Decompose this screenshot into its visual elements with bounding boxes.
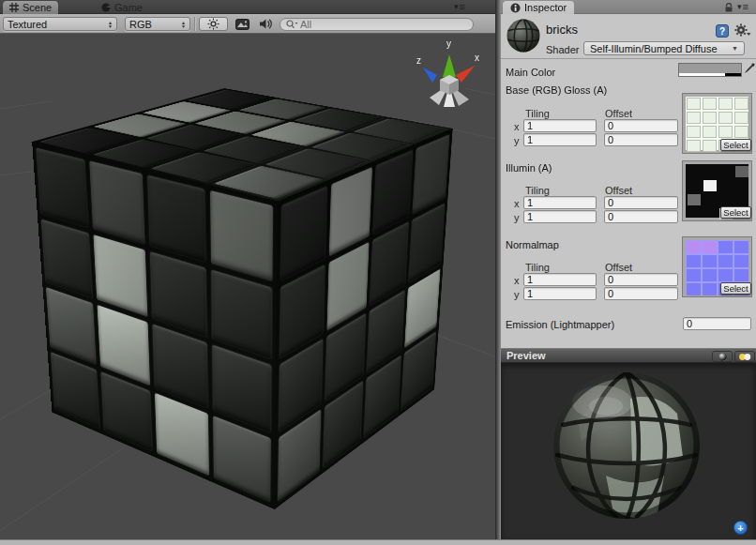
scene-viewport[interactable]: y x z	[0, 34, 495, 539]
audio-icon	[259, 18, 272, 30]
y-row-label: y	[514, 135, 520, 146]
base-x-offset-input[interactable]	[604, 119, 678, 132]
svg-text:?: ?	[719, 26, 725, 37]
main-color-label: Main Color	[506, 67, 555, 78]
toolbar-separator	[194, 17, 195, 31]
preview-lighting-toggle[interactable]	[734, 351, 755, 362]
tiling-header: Tiling	[525, 185, 550, 196]
orientation-gizmo[interactable]: y x z	[413, 36, 486, 116]
offset-header: Offset	[605, 262, 632, 273]
offset-header: Offset	[605, 108, 632, 119]
illumin-x-offset-input[interactable]	[604, 196, 678, 209]
preview-bar[interactable]: Preview	[501, 348, 756, 363]
scene-search-field[interactable]: All	[280, 18, 474, 31]
material-preview-area[interactable]: +	[501, 363, 756, 539]
tab-inspector-label: Inspector	[524, 2, 567, 13]
normal-x-offset-input[interactable]	[604, 273, 678, 286]
illumin-select-button[interactable]: Select	[720, 206, 751, 219]
tab-scene-label: Scene	[23, 2, 52, 13]
illumin-y-tiling-input[interactable]	[523, 210, 597, 223]
scene-toolbar: Textured ▲▼ RGB ▲▼	[0, 14, 495, 34]
scene-audio-button[interactable]	[255, 17, 276, 31]
channels-value: RGB	[129, 19, 177, 30]
cube-tile	[147, 175, 206, 263]
normal-y-tiling-input[interactable]	[523, 287, 597, 300]
lighting-dots-icon	[738, 353, 751, 361]
unity-editor-window: Scene Game ▾≡ Textured ▲▼ RGB ▲▼	[0, 0, 756, 545]
scene-panel: Scene Game ▾≡ Textured ▲▼ RGB ▲▼	[0, 0, 495, 539]
assetbundle-add-button[interactable]: +	[733, 521, 748, 535]
emission-label: Emission (Lightmapper)	[506, 319, 614, 330]
scene-lighting-button[interactable]	[199, 17, 228, 31]
help-icon[interactable]: ?	[716, 24, 729, 38]
window-bottom-strip[interactable]	[0, 539, 756, 545]
gizmo-y-axis[interactable]	[443, 54, 456, 77]
y-row-label: y	[514, 289, 520, 300]
x-row-label: x	[514, 121, 520, 132]
sphere-icon	[718, 353, 727, 361]
search-placeholder: All	[300, 19, 311, 30]
preview-mesh-button[interactable]	[712, 351, 733, 362]
material-header: bricks Shader Self-Illumin/Bumped Diffus…	[501, 14, 756, 59]
tab-game-label: Game	[114, 2, 143, 13]
scene-tabbar: Scene Game ▾≡	[0, 0, 495, 14]
x-row-label: x	[514, 275, 520, 286]
eyedropper-icon[interactable]	[743, 61, 756, 77]
tab-scene[interactable]: Scene	[3, 1, 58, 14]
main-color-swatch[interactable]	[678, 63, 742, 77]
inspector-tabbar: Inspector ▾≡	[501, 0, 756, 14]
dropdown-arrow-icon: ▼	[732, 45, 738, 52]
cube-tile	[150, 251, 207, 337]
inspector-panel-menu-icon[interactable]: ▾≡	[737, 3, 748, 11]
gizmo-z-label: z	[416, 55, 421, 66]
normalmap-select-button[interactable]: Select	[720, 282, 751, 295]
map-label: Normalmap	[506, 239, 559, 250]
cube-tile	[210, 190, 273, 281]
tab-inspector[interactable]: Inspector	[503, 1, 574, 14]
emission-input[interactable]	[683, 317, 751, 330]
tiling-header: Tiling	[525, 262, 550, 273]
tiling-header: Tiling	[525, 108, 550, 119]
tab-game[interactable]: Game	[95, 1, 149, 14]
scene-skybox-button[interactable]	[230, 17, 254, 31]
base-y-offset-input[interactable]	[604, 133, 678, 146]
scene-panel-menu-icon[interactable]: ▾≡	[454, 3, 464, 11]
gizmo-x-label: x	[475, 53, 479, 63]
channels-dropdown[interactable]: RGB ▲▼	[125, 17, 190, 31]
illumin-x-tiling-input[interactable]	[523, 196, 597, 209]
x-row-label: x	[514, 198, 520, 209]
shader-dropdown[interactable]: Self-Illumin/Bumped Diffuse ▼	[583, 41, 745, 55]
base-x-tiling-input[interactable]	[523, 119, 597, 132]
gizmo-z-axis[interactable]	[423, 68, 437, 83]
cube-tile	[41, 220, 93, 298]
search-icon	[286, 20, 298, 29]
cube-tile	[36, 147, 88, 227]
base-y-tiling-input[interactable]	[523, 133, 597, 146]
sun-icon	[207, 18, 219, 30]
preview-title: Preview	[507, 350, 546, 361]
lock-icon[interactable]	[724, 3, 733, 12]
updown-arrows-icon: ▲▼	[108, 21, 113, 28]
gizmo-y-label: y	[446, 38, 451, 49]
gear-icon[interactable]	[734, 23, 751, 38]
normal-x-tiling-input[interactable]	[523, 273, 597, 286]
info-icon	[510, 3, 521, 13]
image-icon	[235, 19, 249, 30]
scene-grid-icon	[9, 3, 19, 12]
shader-value: Self-Illumin/Bumped Diffuse	[590, 43, 718, 54]
draw-mode-dropdown[interactable]: Textured ▲▼	[3, 17, 117, 31]
draw-mode-value: Textured	[8, 19, 104, 30]
offset-header: Offset	[605, 185, 632, 196]
inspector-panel: Inspector ▾≡	[501, 0, 756, 539]
game-icon	[101, 3, 111, 12]
cube-tile	[89, 160, 144, 244]
normal-y-offset-input[interactable]	[604, 287, 678, 300]
material-name: bricks	[546, 23, 578, 37]
updown-arrows-icon: ▲▼	[181, 21, 186, 28]
material-sphere-thumbnail	[506, 18, 541, 53]
illumin-y-offset-input[interactable]	[604, 210, 678, 223]
cube-tile	[93, 235, 147, 316]
preview-sphere	[552, 371, 702, 521]
base-select-button[interactable]: Select	[720, 139, 751, 151]
shader-label: Shader	[546, 44, 579, 55]
